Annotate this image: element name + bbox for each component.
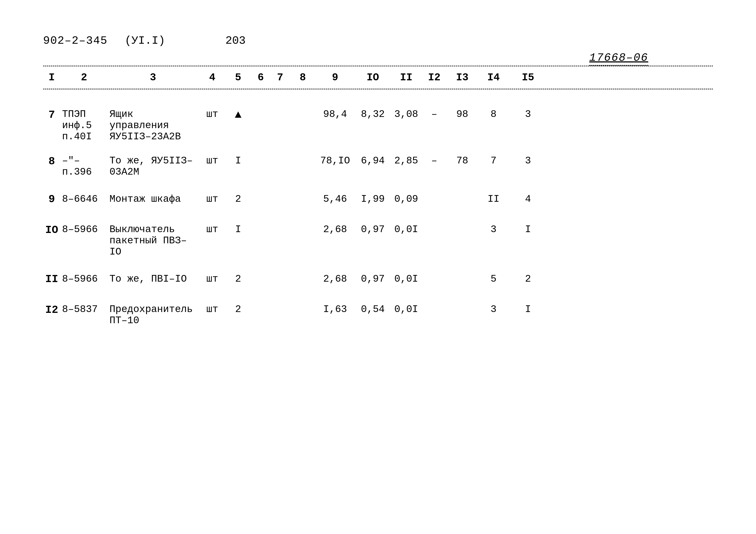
data-rows-container: 7 ТПЭП инф.5 п.40I Ящик управления ЯУ5ІІ… [43,102,713,326]
stamp-text: 17668–06 [589,51,648,66]
page: 902–2–345 (УI.I) 203 17668–06 I 2 3 4 5 … [0,0,756,534]
row-9-col10: I,99 [353,193,392,205]
row-12-col14: 3 [476,304,511,315]
header-page: 203 [226,35,246,47]
row-10-col10: 0,97 [353,224,392,235]
row-12-code: 8–5837 [60,304,108,315]
column-headers: I 2 3 4 5 6 7 8 9 IO II I2 I3 I4 I5 [43,66,713,89]
row-8-col11: 2,85 [392,155,420,166]
row-10-col9: 2,68 [317,224,353,235]
row-12-col9: I,63 [317,304,353,315]
row-7-col11: 3,08 [392,109,420,120]
row-9-name: Монтаж шкафа [108,193,198,205]
row-12-col15: I [511,304,545,315]
row-9-code: 8–6646 [60,193,108,205]
row-9-col14: II [476,193,511,205]
row-9-num: 9 [43,193,60,205]
row-11-col14: 5 [476,273,511,285]
col-header-13: I3 [448,72,476,83]
row-7-col12: – [420,109,448,120]
header-row: 902–2–345 (УI.I) 203 [43,35,713,47]
row-8-num: 8 [43,155,60,167]
row-9-col9: 5,46 [317,193,353,205]
row-12-col11: 0,0I [392,304,420,315]
row-7-col9: 98,4 [317,109,353,120]
row-7-unit: шт [198,109,226,120]
row-9-col11: 0,09 [392,193,420,205]
col-header-11: II [392,72,420,83]
header-section: (УI.I) [125,35,165,47]
row-7-col15: 3 [511,109,545,120]
row-11-col10: 0,97 [353,273,392,285]
row-11-code: 8–5966 [60,273,108,285]
row-10-num: IO [43,224,60,236]
row-7-code: ТПЭП инф.5 п.40I [60,109,108,142]
row-7-col10: 8,32 [353,109,392,120]
table-row: IO 8–5966 Выключатель пакетный ПВЗ–IO шт… [43,221,713,258]
row-12-num: I2 [43,304,60,316]
row-10-col11: 0,0I [392,224,420,235]
header-code: 902–2–345 [43,35,108,47]
row-10-col15: I [511,224,545,235]
col-header-6: 6 [250,72,272,83]
table-row: 7 ТПЭП инф.5 п.40I Ящик управления ЯУ5ІІ… [43,102,713,142]
col-header-4: 4 [198,72,226,83]
stamp-row: 17668–06 [43,51,713,66]
row-12-col10: 0,54 [353,304,392,315]
row-11-col5: 2 [226,273,250,285]
row-12-unit: шт [198,304,226,315]
row-8-col15: 3 [511,155,545,166]
row-8-name: То же, ЯУ5ІІЗ– 03А2М [108,155,198,178]
row-9-unit: шт [198,193,226,205]
row-11-col9: 2,68 [317,273,353,285]
col-header-14: I4 [476,72,511,83]
col-header-5: 5 [226,72,250,83]
col-header-9: 9 [317,72,353,83]
row-10-code: 8–5966 [60,224,108,235]
row-10-name: Выключатель пакетный ПВЗ–IO [108,224,198,258]
row-11-col11: 0,0I [392,273,420,285]
row-8-code: –"– п.396 [60,155,108,178]
row-11-col15: 2 [511,273,545,285]
col-header-10: IO [353,72,392,83]
row-8-col10: 6,94 [353,155,392,166]
row-7-col14: 8 [476,109,511,120]
row-8-col14: 7 [476,155,511,166]
row-7-col5: ▲ [226,109,250,121]
col-header-2: 2 [60,72,108,83]
row-8-col13: 78 [448,155,476,166]
col-header-7: 7 [272,72,289,83]
row-9-col15: 4 [511,193,545,205]
row-10-col14: 3 [476,224,511,235]
table-row: 9 8–6646 Монтаж шкафа шт 2 5,46 I,99 0,0… [43,186,713,212]
row-10-col5: I [226,224,250,235]
row-7-num: 7 [43,109,60,121]
col-header-15: I5 [511,72,545,83]
row-11-name: То же, ПВI–IO [108,273,198,285]
row-8-col9: 78,IO [317,155,353,166]
row-12-col5: 2 [226,304,250,315]
row-8-col5: I [226,155,250,166]
row-8-col12: – [420,155,448,166]
col-header-12: I2 [420,72,448,83]
row-11-unit: шт [198,273,226,285]
col-header-8: 8 [289,72,317,83]
row-9-col5: 2 [226,193,250,205]
row-12-name: Предохранитель ПТ–10 [108,304,198,326]
table-row: 8 –"– п.396 То же, ЯУ5ІІЗ– 03А2М шт I 78… [43,151,713,178]
row-7-col13: 98 [448,109,476,120]
row-11-num: II [43,273,60,285]
col-header-3: 3 [108,72,198,83]
table-row: II 8–5966 То же, ПВI–IO шт 2 2,68 0,97 0… [43,266,713,292]
col-header-1: I [43,72,60,83]
row-8-unit: шт [198,155,226,166]
row-10-unit: шт [198,224,226,235]
row-7-name: Ящик управления ЯУ5ІІЗ–23А2В [108,109,198,142]
table-row: I2 8–5837 Предохранитель ПТ–10 шт 2 I,63… [43,301,713,326]
